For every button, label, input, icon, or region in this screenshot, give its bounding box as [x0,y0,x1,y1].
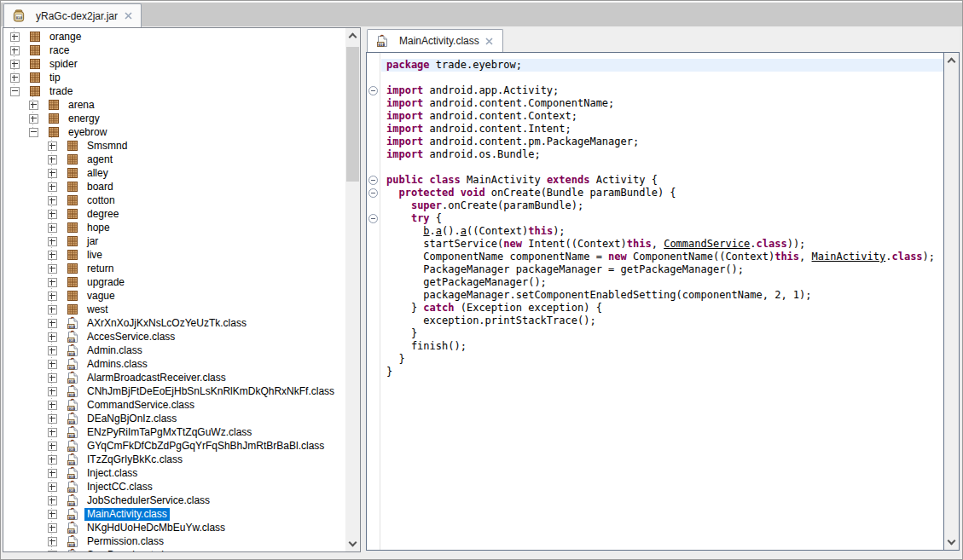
source-code[interactable]: package trade.eyebrow; import android.ap… [381,53,944,550]
collapse-minus-icon[interactable] [29,128,38,137]
tree-item[interactable]: 010GYqCmFkDfCbZdPgGqYrFqShBhJmRtBrBaBl.c… [3,439,345,453]
tree-item[interactable]: trade [3,84,345,98]
tree-item[interactable]: board [3,180,345,193]
tree-scrollbar[interactable] [345,28,360,551]
tree-item[interactable]: 010Admin.class [3,344,345,357]
tree-item[interactable]: live [3,248,345,262]
tree-item[interactable]: west [3,303,345,316]
expand-plus-icon[interactable] [48,196,57,205]
tree-item[interactable]: 010AXrXnXoJjKxNsLcOzYeUzTk.class [3,316,345,330]
scroll-down-button[interactable] [944,535,959,550]
code-link[interactable]: a [461,225,467,237]
close-icon[interactable] [123,11,133,21]
expand-plus-icon[interactable] [48,223,57,233]
expand-plus-icon[interactable] [48,346,57,355]
collapse-minus-icon[interactable] [10,87,20,96]
tree-item[interactable]: 010InjectCC.class [3,480,345,494]
tree-item[interactable]: 010MainActivity.class [3,507,345,521]
expand-plus-icon[interactable] [48,278,57,287]
tree-item[interactable]: jar [3,234,345,248]
expand-plus-icon[interactable] [48,319,57,328]
tree-item[interactable]: agent [3,153,345,166]
tree-item[interactable]: 010NKgHdUoHeDcMbEuYw.class [3,521,345,534]
close-icon[interactable] [484,36,495,46]
expand-plus-icon[interactable] [29,114,38,124]
tree-item[interactable]: eyebrow [3,125,345,139]
tree-item[interactable]: 010Admins.class [3,357,345,371]
expand-plus-icon[interactable] [48,469,57,478]
code-link[interactable]: b [423,225,429,237]
tree-item[interactable]: return [3,262,345,275]
tree-item[interactable]: spider [3,57,345,71]
expand-plus-icon[interactable] [48,251,57,260]
tree-item[interactable]: hope [3,221,345,234]
fold-collapse-icon[interactable] [368,188,378,198]
expand-plus-icon[interactable] [48,141,57,151]
tree-item[interactable]: race [3,43,345,57]
expand-plus-icon[interactable] [10,73,20,83]
expand-plus-icon[interactable] [10,32,20,42]
expand-plus-icon[interactable] [48,210,57,219]
tree-item[interactable]: orange [3,30,345,43]
scroll-down-button[interactable] [345,537,360,551]
expand-plus-icon[interactable] [48,169,57,178]
expand-plus-icon[interactable] [48,237,57,246]
expand-plus-icon[interactable] [48,523,57,533]
expand-plus-icon[interactable] [48,182,57,192]
expand-plus-icon[interactable] [48,510,57,519]
tree-item[interactable]: vague [3,289,345,303]
tree-item[interactable]: tip [3,71,345,84]
tab-jar-file[interactable]: 010 yRaGc-dex2jar.jar [3,3,142,27]
expand-plus-icon[interactable] [29,101,38,110]
scroll-up-button[interactable] [345,28,360,43]
expand-plus-icon[interactable] [48,401,57,410]
tree-item[interactable]: degree [3,207,345,221]
tree-item[interactable]: upgrade [3,275,345,289]
expand-plus-icon[interactable] [48,387,57,396]
expand-plus-icon[interactable] [48,442,57,451]
code-link[interactable]: a [436,225,442,237]
tab-mainactivity-class[interactable]: 010 MainActivity.class [367,29,503,52]
expand-plus-icon[interactable] [48,360,57,369]
expand-plus-icon[interactable] [10,46,20,55]
tree-item[interactable]: 010JobSchedulerService.class [3,494,345,507]
tree-item[interactable]: 010CommandService.class [3,398,345,412]
tree-scrollbar-thumb[interactable] [346,47,359,182]
expand-plus-icon[interactable] [48,264,57,274]
expand-plus-icon[interactable] [48,414,57,424]
expand-plus-icon[interactable] [48,482,57,492]
expand-plus-icon[interactable] [48,551,57,552]
tree-item[interactable]: 010DEaNgBjOnIz.class [3,412,345,425]
scroll-up-button[interactable] [944,53,959,67]
code-link[interactable]: CommandService [664,238,750,250]
tree-item[interactable]: alley [3,166,345,180]
expand-plus-icon[interactable] [48,155,57,165]
tree-item[interactable]: cotton [3,193,345,207]
tree-item[interactable]: 010ITzZqGrIyBkKc.class [3,453,345,466]
editor-scrollbar[interactable] [943,53,959,550]
expand-plus-icon[interactable] [48,332,57,342]
fold-collapse-icon[interactable] [368,176,378,185]
code-link[interactable]: MainActivity [812,251,886,263]
fold-collapse-icon[interactable] [368,214,378,223]
tree-item[interactable]: 010AccesService.class [3,330,345,344]
tree-item[interactable]: arena [3,98,345,112]
tree-item[interactable]: 010CNhJmBjFtDeEoEjHbSnLsKnRlKmDkQhRxNkFf… [3,384,345,398]
expand-plus-icon[interactable] [48,292,57,301]
tree-item[interactable]: 010Permission.class [3,534,345,548]
expand-plus-icon[interactable] [48,305,57,315]
tree-item[interactable]: 010ENzPyRiImTaPgMxTtZqGuWz.class [3,425,345,439]
code-editor[interactable]: package trade.eyebrow; import android.ap… [366,52,960,551]
expand-plus-icon[interactable] [48,428,57,437]
expand-plus-icon[interactable] [48,537,57,546]
tree-item[interactable]: 010SmsBroadcast.class [3,548,345,551]
expand-plus-icon[interactable] [48,373,57,383]
fold-collapse-icon[interactable] [368,86,378,95]
tree-item[interactable]: 010AlarmBroadcastReceiver.class [3,371,345,384]
tree-item[interactable]: 010Inject.class [3,466,345,480]
expand-plus-icon[interactable] [48,455,57,465]
expand-plus-icon[interactable] [10,60,20,69]
tree-item[interactable]: Smsmnd [3,139,345,153]
tree-item[interactable]: energy [3,112,345,125]
expand-plus-icon[interactable] [48,496,57,505]
